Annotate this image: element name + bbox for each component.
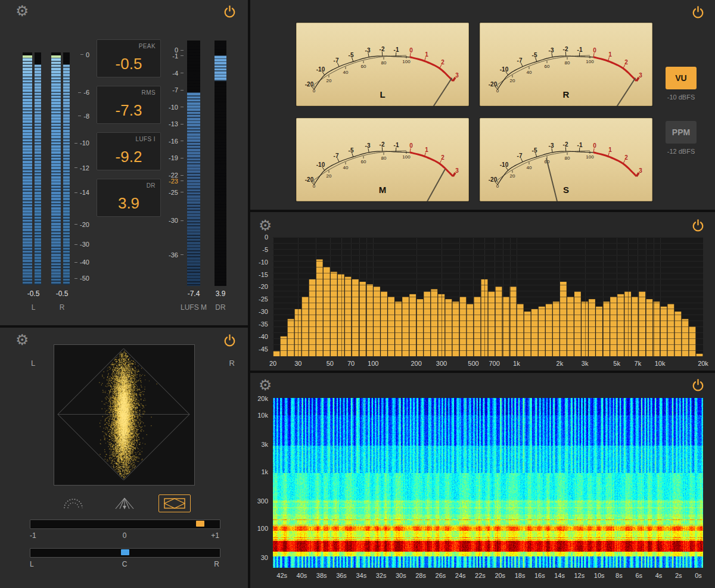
svg-text:20: 20 — [510, 78, 515, 83]
power-icon[interactable] — [691, 378, 705, 393]
svg-text:-2: -2 — [563, 141, 568, 148]
axis-tick-label: -20 — [250, 283, 268, 290]
axis-tick-label: 40s — [297, 572, 307, 579]
svg-text:-5: -5 — [532, 147, 537, 154]
axis-tick-label: 200 — [411, 360, 421, 367]
power-icon[interactable] — [222, 4, 237, 19]
axis-tick-label: 24s — [455, 572, 466, 579]
axis-tick-label: -40 — [250, 333, 268, 340]
axis-tick-label: 30 — [294, 360, 301, 367]
diamond-scope-icon — [163, 497, 186, 510]
svg-text:-5: -5 — [532, 52, 537, 58]
scale-tick-label: -23 — [161, 178, 184, 185]
axis-tick-label: -30 — [250, 308, 268, 315]
gear-icon[interactable]: ⚙ — [259, 378, 272, 393]
led-overlay — [214, 41, 226, 286]
svg-text:-7: -7 — [517, 57, 523, 64]
ppm-mode-button[interactable]: PPM — [666, 121, 697, 144]
vu-meter-r: -20-10-7-5-3-2-10123020406080100R — [480, 23, 652, 106]
gear-icon[interactable]: ⚙ — [15, 332, 29, 347]
svg-text:2: 2 — [441, 154, 444, 161]
axis-tick-label: -35 — [250, 321, 268, 328]
svg-text:1: 1 — [425, 147, 428, 153]
vu-meter-face: -20-10-7-5-3-2-10123020406080100M — [296, 118, 469, 201]
axis-tick-label: -10 — [250, 259, 268, 266]
lufs-meter-scale: 0-1-4-7-10-13-16-19-22-23-25-30-36 — [161, 41, 184, 286]
axis-tick-label: 10s — [594, 572, 605, 579]
power-icon[interactable] — [691, 218, 705, 233]
gear-icon[interactable]: ⚙ — [15, 4, 29, 18]
axis-tick-label: -15 — [250, 271, 268, 278]
svg-text:1: 1 — [608, 51, 612, 58]
svg-text:R: R — [563, 89, 570, 99]
pan-slider[interactable] — [30, 519, 220, 529]
svg-text:0: 0 — [593, 47, 596, 54]
scope-mode-lines-button[interactable] — [108, 494, 141, 512]
axis-tick-label: -25 — [250, 295, 268, 303]
svg-text:0: 0 — [496, 88, 499, 94]
svg-text:-10: -10 — [500, 66, 509, 73]
meter-value-right: -0.5 — [46, 290, 77, 298]
spectrogram-plot — [273, 398, 703, 568]
svg-text:60: 60 — [545, 64, 550, 69]
spectrogram-canvas — [273, 398, 703, 568]
svg-text:-3: -3 — [365, 142, 371, 149]
svg-text:-20: -20 — [489, 81, 498, 88]
lines-scope-icon — [113, 497, 136, 510]
power-icon[interactable] — [222, 333, 237, 348]
svg-text:20: 20 — [327, 78, 332, 83]
scope-mode-diamond-button[interactable] — [158, 494, 191, 512]
axis-tick-label: 70 — [347, 360, 355, 367]
axis-tick-label: 2k — [557, 360, 564, 367]
vu-meter-s: -20-10-7-5-3-2-10123020406080100S — [480, 118, 652, 201]
axis-tick-label: 7k — [635, 360, 642, 367]
axis-tick-label: 20 — [269, 360, 276, 367]
gear-icon[interactable]: ⚙ — [259, 218, 272, 233]
vu-meter-face: -20-10-7-5-3-2-10123020406080100R — [480, 23, 652, 106]
axis-tick-label: 8s — [615, 572, 623, 579]
scale-tick-label: -30 — [161, 217, 184, 224]
axis-tick-label: 0s — [695, 572, 702, 579]
spectrum-plot — [273, 237, 703, 356]
axis-tick-label: 3k — [582, 360, 589, 367]
axis-tick-label: 4s — [655, 572, 663, 579]
vu-mode-button[interactable]: VU — [666, 67, 697, 89]
readout-value: -0.5 — [97, 55, 160, 73]
axis-tick-label: 6s — [635, 572, 642, 579]
svg-text:-1: -1 — [394, 46, 399, 53]
scale-tick-label: -50 — [73, 275, 89, 282]
axis-tick-label: 2s — [675, 572, 682, 579]
axis-tick-label: 36s — [336, 572, 347, 579]
spectrum-y-axis: 0-5-10-15-20-25-30-35-40-45 — [250, 237, 269, 356]
goniometer-panel: ⚙ L R -1 0 +1 L C R — [0, 328, 248, 588]
axis-tick-label: 22s — [475, 572, 486, 579]
readout-label: LUFS I — [135, 136, 156, 142]
svg-text:-3: -3 — [365, 47, 371, 54]
peak-meter-right — [51, 52, 61, 285]
peak-meter-left — [23, 52, 32, 285]
rms-meter-right — [63, 52, 70, 285]
pan-slider-handle[interactable] — [196, 521, 204, 527]
spectrum-canvas — [273, 237, 703, 356]
readout-lufs-i: LUFS I -9.2 — [97, 132, 161, 170]
led-overlay — [23, 52, 32, 285]
svg-text:-3: -3 — [549, 47, 554, 54]
scale-tick-label: -30 — [73, 241, 89, 248]
svg-text:-2: -2 — [380, 141, 385, 148]
level-meters-panel: ⚙ 0-6-8-10-12-14-20-30-40-50 PEAK -0.5 R… — [0, 0, 248, 325]
svg-text:80: 80 — [381, 155, 387, 161]
scope-mode-dots-button[interactable] — [57, 494, 89, 512]
svg-text:100: 100 — [402, 154, 411, 160]
svg-text:-7: -7 — [517, 153, 523, 159]
meter-label-left: L — [18, 303, 49, 312]
scale-tick-label: -1 — [161, 52, 184, 60]
balance-slider[interactable] — [30, 548, 220, 558]
pan-slider-labels: -1 0 +1 — [30, 531, 219, 540]
axis-tick-label: 1k — [250, 468, 268, 475]
vu-meters-panel: -20-10-7-5-3-2-10123020406080100L-20-10-… — [250, 0, 715, 210]
balance-slider-handle[interactable] — [121, 549, 129, 555]
axis-tick-label: 30 — [250, 554, 268, 561]
axis-tick-label: 300 — [250, 497, 268, 505]
svg-text:100: 100 — [586, 59, 594, 64]
scale-tick-label: -10 — [73, 139, 89, 147]
